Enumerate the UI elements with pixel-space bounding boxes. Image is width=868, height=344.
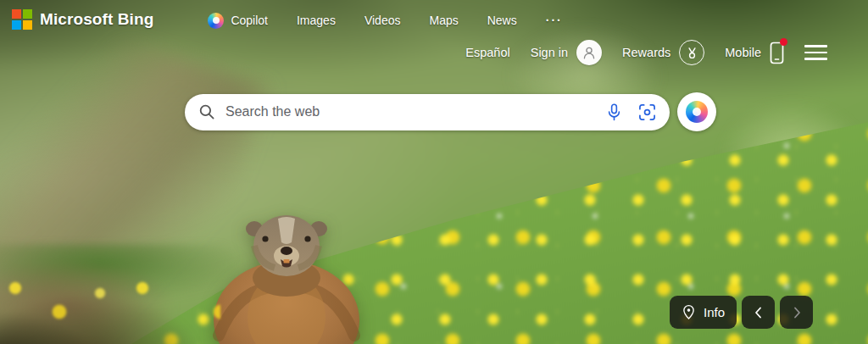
chevron-left-icon — [752, 306, 765, 319]
nav-images-label: Images — [297, 14, 336, 27]
language-label: Español — [465, 46, 509, 59]
logo-text: Microsoft Bing — [40, 10, 153, 29]
info-label: Info — [704, 305, 725, 319]
rewards-button[interactable]: Rewards — [622, 40, 704, 65]
nav-news-label: News — [487, 14, 517, 27]
bing-logo[interactable]: Microsoft Bing — [12, 9, 153, 30]
image-controls: Info — [670, 296, 813, 329]
search-area — [185, 92, 716, 131]
rewards-medal-icon — [679, 40, 704, 65]
mobile-label: Mobile — [725, 46, 761, 59]
search-bar-icons — [606, 103, 656, 121]
copilot-icon — [208, 13, 224, 29]
search-input[interactable] — [225, 104, 599, 119]
background-flowers-foreground — [0, 271, 220, 344]
sign-in-button[interactable]: Sign in — [531, 40, 602, 65]
nav-videos[interactable]: Videos — [364, 14, 401, 27]
hamburger-menu-button[interactable] — [804, 42, 827, 64]
top-navigation-bar: Microsoft Bing Copilot Images Videos Map… — [0, 0, 868, 39]
nav-maps-label: Maps — [429, 14, 458, 27]
nav-more-menu[interactable]: ··· — [546, 14, 563, 27]
search-icon — [198, 103, 215, 120]
nav-news[interactable]: News — [487, 14, 517, 27]
nav-copilot[interactable]: Copilot — [208, 13, 268, 29]
nav-videos-label: Videos — [364, 14, 401, 27]
chevron-right-icon — [790, 306, 804, 319]
bing-homepage: Microsoft Bing Copilot Images Videos Map… — [0, 0, 868, 344]
copilot-icon — [686, 101, 708, 123]
ellipsis-icon: ··· — [546, 14, 563, 27]
copilot-search-button[interactable] — [677, 92, 716, 131]
microsoft-logo-icon — [12, 9, 32, 30]
marmot-photo-subject — [203, 208, 370, 344]
nav-copilot-label: Copilot — [231, 14, 268, 27]
main-nav: Copilot Images Videos Maps News ··· — [208, 11, 562, 29]
nav-images[interactable]: Images — [297, 14, 336, 27]
image-info-button[interactable]: Info — [670, 296, 737, 329]
avatar-icon — [576, 40, 602, 65]
visual-search-icon[interactable] — [638, 103, 656, 121]
language-link[interactable]: Español — [465, 46, 509, 59]
nav-maps[interactable]: Maps — [429, 14, 458, 27]
search-bar[interactable] — [185, 94, 670, 130]
next-image-button[interactable] — [780, 296, 813, 329]
smartphone-icon — [770, 42, 784, 64]
notification-dot — [780, 38, 787, 46]
rewards-label: Rewards — [622, 46, 670, 59]
mobile-button[interactable]: Mobile — [725, 42, 784, 64]
sign-in-label: Sign in — [531, 46, 568, 59]
microphone-icon[interactable] — [606, 103, 622, 121]
previous-image-button[interactable] — [742, 296, 775, 329]
location-pin-icon — [682, 304, 696, 320]
account-bar: Español Sign in Rewards Mobile — [0, 40, 827, 65]
